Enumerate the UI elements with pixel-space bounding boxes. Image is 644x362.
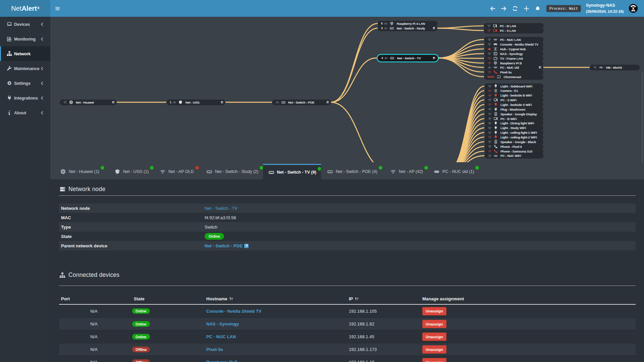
- unassign-button[interactable]: Unassign: [422, 307, 446, 315]
- nuc-icon: [493, 38, 497, 42]
- bars-icon: [55, 6, 60, 11]
- topology-node[interactable]: PC - NUC WiFi: [484, 153, 543, 159]
- globe-icon: [69, 100, 73, 104]
- tab-label: Net - AP (42): [399, 169, 423, 174]
- move-button[interactable]: [522, 0, 531, 17]
- topology-node[interactable]: PC - S LAN: [484, 28, 544, 34]
- chevron-left-icon: [40, 37, 44, 41]
- collapse-toggle[interactable]: [539, 66, 541, 68]
- node-tabs: Net - Huawei (1)Net - USG (1)Net - AP OL…: [50, 164, 644, 179]
- network-topology-diagram: Net - Huawei1Net - USGNet - Switch - POE…: [50, 17, 644, 162]
- device-link[interactable]: PC - NUC LAN: [206, 334, 236, 339]
- unassign-button[interactable]: Unassign: [422, 333, 446, 341]
- tab-net-ap-42-[interactable]: Net - AP (42): [390, 164, 428, 179]
- laptop-icon: [7, 21, 12, 27]
- topology-node[interactable]: VM - NixOS: [590, 65, 640, 70]
- unassign-button[interactable]: Unassign: [422, 358, 446, 362]
- sidebar-item-network[interactable]: Network: [0, 46, 50, 61]
- app-logo[interactable]: NetAlertx: [0, 0, 50, 17]
- nav-back-button[interactable]: [488, 0, 497, 17]
- globe-icon: [60, 169, 66, 174]
- sidebar-item-maintenance[interactable]: Maintenance: [0, 61, 50, 76]
- collapse-toggle[interactable]: [112, 101, 114, 103]
- ethernet-icon: [487, 47, 491, 51]
- sort-icon[interactable]: [229, 297, 233, 301]
- collapse-toggle[interactable]: [433, 27, 435, 29]
- wifi-icon: [487, 98, 492, 102]
- bulb-icon: [493, 131, 498, 135]
- column-label: Manage assignment: [422, 296, 464, 301]
- wifi-icon: [63, 100, 67, 104]
- collapse-toggle[interactable]: [327, 101, 329, 103]
- tab-label: Net - Switch - Study (2): [215, 169, 258, 174]
- tab-net-usg-1-[interactable]: Net - USG (1): [114, 164, 154, 179]
- collapse-toggle[interactable]: [433, 57, 435, 59]
- parent-node-link[interactable]: Net - Switch - POE: [205, 243, 243, 248]
- device-link[interactable]: NAS - Synology: [206, 321, 239, 326]
- sidebar-toggle-button[interactable]: [53, 0, 62, 17]
- device-link[interactable]: Pixel-3a: [206, 347, 223, 352]
- nuc-icon: [493, 154, 498, 158]
- ethernet-icon: [487, 65, 491, 69]
- external-link-icon[interactable]: [244, 244, 249, 248]
- tab-net-ap-old[interactable]: Net - AP OLD: [159, 164, 199, 179]
- node-port: 1: [170, 101, 171, 104]
- wifi-icon: [488, 112, 492, 116]
- unassign-button[interactable]: Unassign: [422, 320, 446, 328]
- wifi-icon: [487, 121, 492, 125]
- tab-net-switch-poe-4-[interactable]: Net - Switch - POE (4): [327, 164, 382, 179]
- info-value: Switch: [205, 225, 217, 230]
- topology-node[interactable]: 3Net - Switch - Study: [378, 25, 437, 31]
- topology-node[interactable]: NoneChromecast: [484, 74, 543, 80]
- device-link[interactable]: Console - Nvidia Shield TV: [206, 309, 262, 314]
- chevron-left-icon: [40, 81, 45, 85]
- topology-node[interactable]: 4Net - Switch - TV: [378, 55, 437, 61]
- topology-node[interactable]: 1Net - USG: [166, 100, 225, 105]
- wrench-icon: [7, 66, 12, 71]
- wifi-icon: [487, 131, 492, 135]
- column-header-ip[interactable]: IP: [349, 294, 359, 303]
- user-avatar[interactable]: [629, 4, 638, 13]
- console-icon: [493, 42, 497, 46]
- tab-label: Net - Huawei (1): [69, 169, 99, 174]
- sort-icon[interactable]: [355, 297, 359, 301]
- globe-icon: [69, 100, 73, 104]
- tab-net-switch-study-2-[interactable]: Net - Switch - Study (2): [206, 164, 263, 179]
- switch-icon: [268, 170, 274, 175]
- hub-icon: [493, 47, 497, 51]
- device-port: N/A: [75, 330, 112, 343]
- tab-net-huawei-1-[interactable]: Net - Huawei (1): [60, 164, 104, 179]
- nav-forward-button[interactable]: [499, 0, 508, 17]
- notifications-button[interactable]: [533, 0, 542, 17]
- info-icon: [6, 110, 12, 116]
- topology-node[interactable]: Net - Huawei: [60, 100, 117, 105]
- wifi-icon: [487, 94, 492, 98]
- ethernet-icon: [384, 56, 388, 60]
- sidebar-item-integrations[interactable]: Integrations: [0, 90, 50, 105]
- bulb-icon: [493, 103, 498, 107]
- tab-label: PC - NUC old (1): [442, 169, 474, 174]
- sidebar-item-monitoring[interactable]: Monitoring: [0, 32, 50, 46]
- node-label: Phone - Pixel 6: [500, 145, 522, 148]
- wifi-icon: [488, 103, 492, 107]
- tab-pc-nuc-old-1-[interactable]: PC - NUC old (1): [433, 164, 479, 179]
- sidebar-item-about[interactable]: About: [0, 105, 50, 120]
- node-link[interactable]: Net - Switch - TV: [205, 206, 237, 211]
- info-value: f4:92:bf:a3:f3:56: [205, 215, 236, 220]
- unassign-button[interactable]: Unassign: [422, 345, 446, 354]
- sidebar-item-devices[interactable]: Devices: [0, 17, 50, 32]
- wifi-icon: [487, 52, 491, 56]
- info-value: Online: [205, 233, 224, 240]
- phone-icon: [494, 144, 498, 148]
- diagram-scrollbar[interactable]: [642, 72, 643, 162]
- device-link[interactable]: Raspberry Pi B: [206, 360, 237, 362]
- sidebar-item-settings[interactable]: Settings: [0, 76, 50, 90]
- column-header-hostname[interactable]: Hostname: [206, 294, 233, 303]
- topology-node[interactable]: Net - Switch - POE: [272, 100, 331, 105]
- wifi-icon: [488, 126, 492, 130]
- refresh-button[interactable]: [511, 0, 519, 17]
- wifi-icon: [487, 112, 492, 116]
- device-ip: 192.168.1.19: [349, 356, 374, 362]
- tab-net-switch-tv-9-[interactable]: Net - Switch - TV (9): [263, 164, 321, 179]
- collapse-toggle[interactable]: [221, 101, 223, 103]
